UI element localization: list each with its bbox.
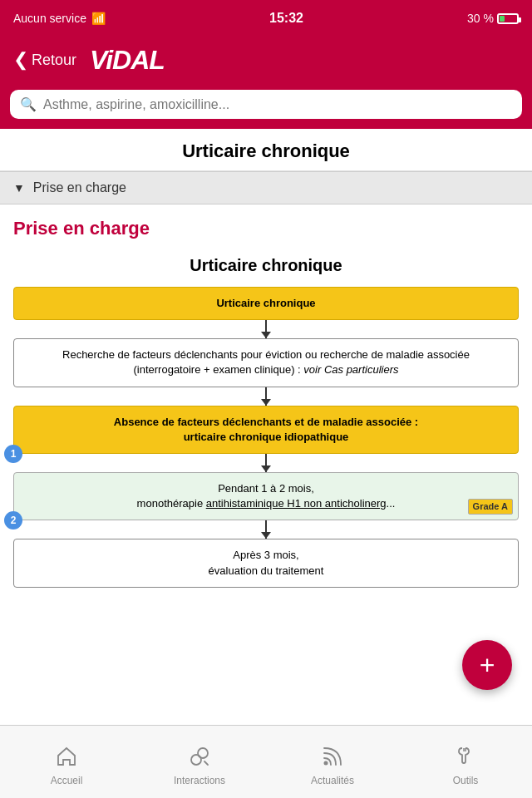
flow-box-5: Après 3 mois,évaluation du traitement bbox=[13, 539, 519, 587]
flow-box-4: Pendant 1 à 2 mois,monothérapie antihist… bbox=[13, 472, 519, 520]
fab-icon: + bbox=[480, 650, 495, 681]
flow-box-3-text: Absence de facteurs déclenchants et de m… bbox=[114, 416, 418, 443]
battery-icon bbox=[497, 13, 519, 24]
tab-accueil[interactable]: Accueil bbox=[0, 738, 133, 786]
rss-icon bbox=[321, 745, 344, 771]
flow-box-2-text: Recherche de facteurs déclenchants pour … bbox=[62, 348, 470, 376]
flow-box-1-text: Urticaire chronique bbox=[216, 297, 315, 309]
tab-interactions-label: Interactions bbox=[174, 775, 225, 786]
flow-arrow-4 bbox=[265, 520, 267, 539]
flow-box-2: Recherche de facteurs déclenchants pour … bbox=[13, 338, 519, 387]
nav-bar: ❮ Retour ViDAL bbox=[0, 37, 532, 83]
back-label: Retour bbox=[32, 52, 76, 69]
search-input-wrap[interactable]: 🔍 bbox=[10, 90, 522, 119]
wifi-icon: 📶 bbox=[91, 12, 106, 25]
flow-arrow-3 bbox=[265, 454, 267, 472]
flow-box-3: Absence de facteurs déclenchants et de m… bbox=[13, 406, 519, 454]
status-bar: Aucun service 📶 15:32 30 % bbox=[0, 0, 532, 37]
page-title-bar: Urticaire chronique bbox=[0, 129, 532, 171]
tab-accueil-label: Accueil bbox=[51, 775, 83, 786]
flow-grade-a: Grade A bbox=[468, 499, 513, 515]
section-header-label: Prise en charge bbox=[33, 180, 126, 195]
status-time: 15:32 bbox=[269, 11, 303, 26]
search-input[interactable] bbox=[43, 97, 512, 112]
back-button[interactable]: ❮ Retour bbox=[13, 49, 76, 71]
flow-box-1: Urticaire chronique bbox=[13, 287, 519, 320]
content-area: Prise en charge Urticaire chronique Urti… bbox=[0, 204, 532, 747]
battery-percent: 30 % bbox=[467, 12, 494, 25]
flow-box-5-text: Après 3 mois,évaluation du traitement bbox=[209, 549, 324, 576]
svg-line-2 bbox=[204, 761, 208, 765]
interactions-icon bbox=[188, 745, 211, 771]
fab-button[interactable]: + bbox=[462, 640, 512, 690]
flow-arrow-2 bbox=[265, 387, 267, 406]
tab-interactions[interactable]: Interactions bbox=[133, 738, 266, 786]
flow-num-1: 1 bbox=[4, 445, 22, 463]
tools-icon bbox=[454, 745, 477, 771]
status-carrier: Aucun service 📶 bbox=[13, 12, 106, 25]
tab-outils-label: Outils bbox=[453, 775, 479, 786]
carrier-text: Aucun service bbox=[13, 12, 86, 25]
flow-arrow-1 bbox=[265, 320, 267, 338]
flowchart: Urticaire chronique Recherche de facteur… bbox=[13, 287, 519, 588]
search-bar-container: 🔍 bbox=[0, 83, 532, 129]
search-icon: 🔍 bbox=[20, 96, 37, 112]
diagram-title: Urticaire chronique bbox=[13, 256, 519, 275]
status-battery: 30 % bbox=[467, 12, 519, 25]
tab-actualites[interactable]: Actualités bbox=[266, 738, 399, 786]
page-title: Urticaire chronique bbox=[13, 140, 519, 162]
tab-actualites-label: Actualités bbox=[311, 775, 354, 786]
flow-box-4-text: Pendant 1 à 2 mois,monothérapie antihist… bbox=[137, 482, 396, 510]
battery-fill bbox=[500, 16, 505, 22]
flow-num-2: 2 bbox=[4, 511, 22, 530]
vidal-logo: ViDAL bbox=[90, 45, 165, 76]
svg-point-1 bbox=[198, 748, 208, 758]
tab-bar: Accueil Interactions Actualités bbox=[0, 725, 532, 798]
back-arrow-icon: ❮ bbox=[13, 49, 28, 71]
home-icon bbox=[55, 745, 78, 771]
svg-point-3 bbox=[324, 761, 328, 765]
dropdown-arrow-icon: ▼ bbox=[13, 181, 25, 195]
section-header[interactable]: ▼ Prise en charge bbox=[0, 171, 532, 204]
section-title-red: Prise en charge bbox=[13, 218, 519, 239]
tab-outils[interactable]: Outils bbox=[399, 738, 532, 786]
logo-text: ViDAL bbox=[90, 45, 165, 75]
